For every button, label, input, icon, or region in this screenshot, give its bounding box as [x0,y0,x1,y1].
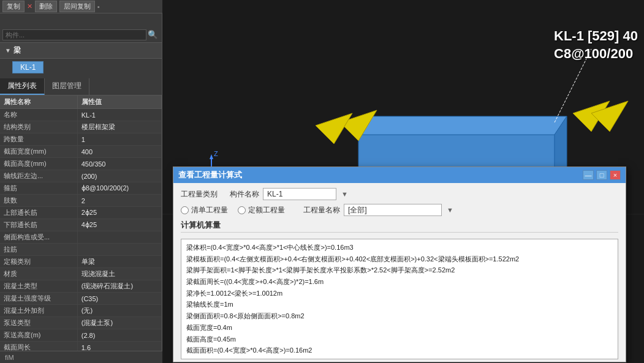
formula-line: 截面面积=(0.4<宽度>*0.4<高度>)=0.16m2 [186,345,613,356]
formula-line: 截面宽度=0.4m [186,322,613,334]
quantity-dropdown-icon[interactable]: ▼ [447,206,453,214]
prop-name: 轴线距左边... [0,170,77,182]
prop-scroll[interactable]: 属性名称 属性值 名称KL-1结构类别楼层框架梁跨数量1截面宽度(mm)400截… [0,95,162,363]
prop-name: 结构类别 [0,121,77,133]
formula-line: 梁截面周长=((0.4<宽度>+0.4<高度>)*2)=1.6m [186,276,613,288]
prop-value: (现浇碎石混凝土) [77,280,161,293]
prop-value: 400 [77,146,161,158]
prop-value [77,231,161,244]
component-input[interactable] [263,188,336,200]
component-dropdown-icon[interactable]: ▼ [341,190,348,198]
table-row: 跨数量1 [0,133,162,146]
prop-name: 拉筋 [0,244,77,256]
table-row: 箍筋ϕ8@100/200(2) [0,182,162,195]
dialog-minimize-button[interactable]: — [583,170,594,180]
svg-marker-3 [358,116,567,135]
search-bar: 🔍 [0,27,162,43]
prop-value: 2ϕ25 [77,207,161,219]
annotation-line2: C8@100/200 [554,45,638,63]
prop-name: 上部通长筋 [0,207,77,219]
formula-line: 梁脚手架面积=1<脚手架长度>*1<梁脚手架长度水平投影系数>*2.52<脚手架… [186,264,613,276]
dialog-body: 工程量类别 构件名称 ▼ 清单工程量 定额工程量 工程量名称 ▼ [173,183,626,363]
dialog-titlebar: 查看工程量计算式 — □ × [173,167,626,183]
table-row: 混凝土类型(现浇碎石混凝土) [0,280,162,293]
prop-value: 4ϕ25 [77,219,161,231]
table-row: 泵送高度(m)(2.8) [0,329,162,342]
bottom-hint: fiM [0,351,162,363]
table-row: 材质现浇混凝土 [0,268,162,280]
delete-icon: ✕ [27,2,32,10]
annotation-line1: KL-1 [529] 40 [554,28,638,45]
hint-text: fiM [5,354,14,361]
prop-name: 截面宽度(mm) [0,146,77,158]
formula-line: 梁侧面面积=0.8<原始侧面面积>=0.8m2 [186,310,613,322]
prop-name: 名称 [0,109,77,121]
layer-copy-button[interactable]: 层间复制 [59,1,95,12]
formula-area[interactable]: 梁体积=(0.4<宽度>*0.4<高度>*1<中心线长度>)=0.16m3梁模板… [181,239,618,359]
calc-section-label: 计算机算量 [181,220,618,233]
prop-name: 混凝土类型 [0,280,77,293]
prop-value: ϕ8@100/200(2) [77,182,161,195]
left-toolbar: 复制 ✕ 删除 层间复制 ▪ [0,0,162,13]
radio-qingdan[interactable]: 清单工程量 [181,205,228,215]
prop-value [77,244,161,256]
calc-dialog: 查看工程量计算式 — □ × 工程量类别 构件名称 ▼ 清单工程量 [173,167,626,362]
prop-value: 2 [77,195,161,207]
formula-line: 截面高度=0.45m [186,334,613,345]
radio-group: 清单工程量 定额工程量 [181,205,285,215]
prop-value: (无) [77,305,161,317]
left-panel: 🔍 ▼ 梁 KL-1 属性列表 图层管理 属性名称 属性值 名称KL-1结构类别… [0,13,162,363]
kl1-button[interactable]: KL-1 [12,61,44,73]
section-header-beam[interactable]: ▼ 梁 [0,43,162,59]
search-input[interactable] [2,29,146,40]
col-value-header: 属性值 [77,95,161,109]
quantity-input[interactable] [344,204,442,216]
prop-name: 箍筋 [0,182,77,195]
prop-value: 450/350 [77,158,161,170]
prop-value: (混凝土泵) [77,317,161,329]
table-row: 泵送类型(混凝土泵) [0,317,162,329]
prop-name: 混凝土外加剂 [0,305,77,317]
table-row: 结构类别楼层框架梁 [0,121,162,133]
dialog-close-button[interactable]: × [610,170,621,180]
expand-arrow-icon: ▼ [5,47,11,54]
formula-line: 梁模板面积=(0.4<左侧支模面积>+0.4<右侧支模面积>+0.402<底部支… [186,253,613,265]
prop-value: (C35) [77,293,161,305]
prop-value: 现浇混凝土 [77,268,161,280]
prop-name: 泵送类型 [0,317,77,329]
prop-value: 1 [77,133,161,146]
prop-name: 定额类别 [0,256,77,268]
viewport-annotation: KL-1 [529] 40 C8@100/200 [554,28,638,62]
field-type: 工程量类别 [181,189,218,200]
prop-name: 截面高度(mm) [0,158,77,170]
table-row: 混凝土强度等级(C35) [0,293,162,305]
tab-row: 属性列表 图层管理 [0,78,162,95]
table-row: 轴线距左边...(200) [0,170,162,182]
dialog-controls: — □ × [583,170,621,180]
table-row: 上部通长筋2ϕ25 [0,207,162,219]
field-quantity: 工程量名称 ▼ [303,204,453,216]
radio-dinge[interactable]: 定额工程量 [238,205,285,215]
delete-button[interactable]: 删除 [35,1,57,12]
component-label: 构件名称 [230,189,259,200]
prop-name: 混凝土强度等级 [0,293,77,305]
prop-name: 下部通长筋 [0,219,77,231]
formula-line: 梁轴线长度=1m [186,299,613,310]
search-button[interactable]: 🔍 [146,29,159,40]
toolbar-sep: ▪ [97,3,100,10]
section-label: 梁 [13,45,21,56]
kl-button-wrap: KL-1 [0,59,162,76]
dialog-row2: 清单工程量 定额工程量 工程量名称 ▼ [181,204,618,216]
prop-value: 单梁 [77,256,161,268]
table-row: 肢数2 [0,195,162,207]
table-row: 混凝土外加剂(无) [0,305,162,317]
prop-value: 楼层框架梁 [77,121,161,133]
tab-layers[interactable]: 图层管理 [45,78,89,95]
tab-properties[interactable]: 属性列表 [0,78,45,95]
prop-name: 跨数量 [0,133,77,146]
copy-button[interactable]: 复制 [2,1,25,12]
dialog-maximize-button[interactable]: □ [596,170,607,180]
prop-name: 泵送高度(m) [0,329,77,342]
prop-name: 材质 [0,268,77,280]
dialog-row1: 工程量类别 构件名称 ▼ [181,188,618,200]
